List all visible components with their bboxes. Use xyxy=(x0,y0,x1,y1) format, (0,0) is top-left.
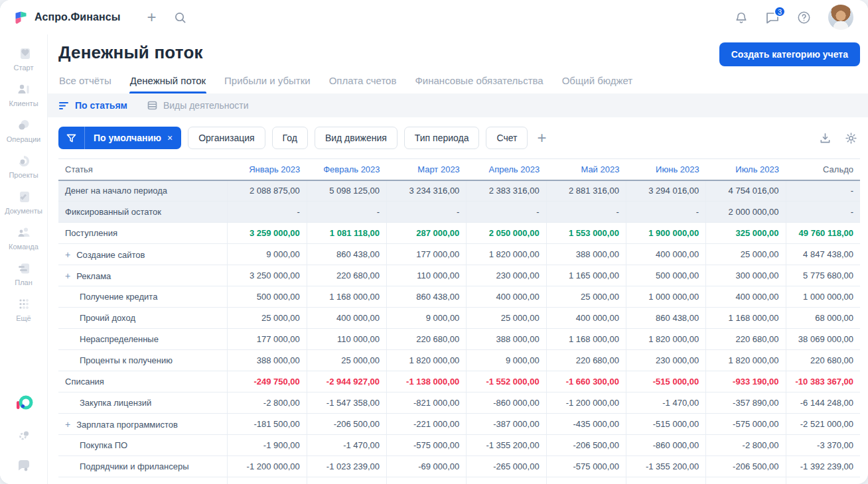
cell-value: 1 165 000,00 xyxy=(546,265,626,286)
sidebar-item-projects[interactable]: Проекты xyxy=(0,149,47,184)
app-logo-icon xyxy=(13,10,29,25)
clear-filter-icon[interactable]: × xyxy=(167,133,173,143)
view-by-activity[interactable]: Виды деятельности xyxy=(147,100,249,111)
cell-value: 220 680,00 xyxy=(546,350,626,371)
cell-value: -2 944 927,00 xyxy=(307,371,386,393)
sidebar-item-team[interactable]: Команда xyxy=(0,220,47,256)
expand-icon[interactable]: + xyxy=(65,419,70,430)
cell-value: 25 000,00 xyxy=(706,244,786,265)
cell-value: -860 000,00 xyxy=(467,393,546,414)
sidebar-item-label: Клиенты xyxy=(9,99,38,107)
sidebar-item-label: Проекты xyxy=(9,171,38,179)
table-row: +Реклама3 250 000,00220 680,00110 000,00… xyxy=(58,265,860,286)
cell-value: -860 000,00 xyxy=(626,435,705,456)
cell-value: 400 000,00 xyxy=(626,244,705,265)
row-label: +Создание сайтов xyxy=(58,244,227,265)
cell-value: -221 000,00 xyxy=(387,414,467,435)
cell-value: 4 754 016,00 xyxy=(706,180,786,202)
cell-value: -821 000,00 xyxy=(387,477,467,484)
user-avatar[interactable] xyxy=(828,5,853,30)
column-header-saldo: Сальдо xyxy=(786,159,860,180)
cell-value: 860 438,00 xyxy=(626,308,705,329)
plus-icon: + xyxy=(147,11,156,24)
cell-value: 5 098 125,00 xyxy=(307,180,386,202)
cell-value: -181 500,00 xyxy=(227,414,307,435)
cell-value: -1 470,00 xyxy=(626,393,705,414)
create-category-button[interactable]: Создать категорию учета xyxy=(719,42,860,66)
column-header-month[interactable]: Январь 2023 xyxy=(227,159,307,180)
cell-value: -1 355 200,00 xyxy=(467,435,546,456)
cell-value: - xyxy=(467,202,546,223)
column-header-month[interactable]: Март 2023 xyxy=(387,159,467,180)
app-window: Аспро.Финансы + xyxy=(0,0,868,484)
cell-value: -575 000,00 xyxy=(706,414,786,435)
sidebar-item-more[interactable]: Ещё xyxy=(0,292,47,328)
filter-organization[interactable]: Организация xyxy=(188,127,265,149)
cell-value: 3 294 016,00 xyxy=(626,180,705,202)
filter-account[interactable]: Счет xyxy=(486,127,528,149)
expand-icon[interactable]: + xyxy=(65,249,70,260)
create-plus-button[interactable]: + xyxy=(147,11,156,24)
help-button[interactable] xyxy=(797,11,811,25)
add-filter-button[interactable]: + xyxy=(534,131,549,145)
active-filter-pill[interactable]: По умолчанию × xyxy=(58,127,181,149)
cell-value: 500 000,00 xyxy=(227,286,307,308)
table-row: +Зарплата программистов-181 500,00-206 5… xyxy=(58,414,860,435)
cell-value: 2 383 316,00 xyxy=(467,180,546,202)
notifications-button[interactable] xyxy=(735,11,748,25)
cell-value: 388 000,00 xyxy=(227,350,307,371)
clients-icon xyxy=(16,82,32,97)
column-header-month[interactable]: Июнь 2023 xyxy=(626,159,705,180)
sidebar-item-label: Команда xyxy=(9,243,38,251)
cell-value: -933 190,00 xyxy=(706,371,786,393)
column-header-month[interactable]: Февраль 2023 xyxy=(307,159,386,180)
cell-value: -515 000,00 xyxy=(626,414,705,435)
row-label: Получение кредита xyxy=(58,286,227,308)
sidebar-item-start[interactable]: Старт xyxy=(0,41,47,77)
tab-cash-flow[interactable]: Денежный поток xyxy=(129,72,206,93)
sidebar-item-operations[interactable]: Операции xyxy=(0,113,47,149)
cell-value: 38 069 000,00 xyxy=(786,329,860,350)
filter-period-type[interactable]: Тип периода xyxy=(404,127,480,149)
funnel-icon xyxy=(58,127,85,149)
sidebar-item-documents[interactable]: Документы xyxy=(0,184,47,220)
view-by-items[interactable]: По статьям xyxy=(59,100,127,111)
export-button[interactable] xyxy=(819,132,832,145)
chat-bubble-icon xyxy=(16,459,32,473)
view-by-activity-label: Виды деятельности xyxy=(163,100,249,111)
team-icon xyxy=(16,225,32,240)
search-icon xyxy=(174,11,186,24)
gear-icon xyxy=(845,132,857,145)
cell-value: -3 370,00 xyxy=(786,435,860,456)
tab-all-reports[interactable]: Все отчёты xyxy=(58,72,112,93)
cell-value: - xyxy=(227,202,307,223)
column-header-month[interactable]: Апрель 2023 xyxy=(467,159,546,180)
messages-button[interactable]: 3 xyxy=(765,11,780,24)
sort-lines-icon xyxy=(59,101,70,110)
sidebar-item-plan[interactable]: План xyxy=(0,256,47,292)
cell-value: -821 000,00 xyxy=(387,393,467,414)
cell-value: -575 000,00 xyxy=(546,456,626,477)
filter-year[interactable]: Год xyxy=(272,127,308,149)
feedback-button[interactable] xyxy=(16,459,32,473)
projects-icon xyxy=(16,154,32,168)
cell-value: -2 800,00 xyxy=(227,393,307,414)
expand-icon[interactable]: + xyxy=(65,271,70,281)
search-button[interactable] xyxy=(174,11,186,24)
tab-general-budget[interactable]: Общий бюджет xyxy=(561,72,634,93)
cell-value: -435 000,00 xyxy=(546,414,626,435)
tab-profit-loss[interactable]: Прибыли и убытки xyxy=(224,72,311,93)
sidebar-item-label: План xyxy=(15,278,33,286)
settings-bottom-button[interactable] xyxy=(16,428,32,443)
cell-value: 1 081 118,00 xyxy=(307,223,386,244)
tab-invoice-payment[interactable]: Оплата счетов xyxy=(328,72,398,93)
cell-value: -357 890,00 xyxy=(706,477,786,484)
documents-icon xyxy=(16,190,32,204)
tab-financial-obligations[interactable]: Финансовые обязательства xyxy=(414,72,543,93)
table-settings-button[interactable] xyxy=(845,132,857,145)
sidebar-item-clients[interactable]: Клиенты xyxy=(0,77,47,113)
filter-movement-type[interactable]: Вид движения xyxy=(315,127,398,149)
partner-logo-button[interactable] xyxy=(14,395,34,412)
column-header-month[interactable]: Май 2023 xyxy=(546,159,626,180)
column-header-month[interactable]: Июль 2023 xyxy=(706,159,786,180)
